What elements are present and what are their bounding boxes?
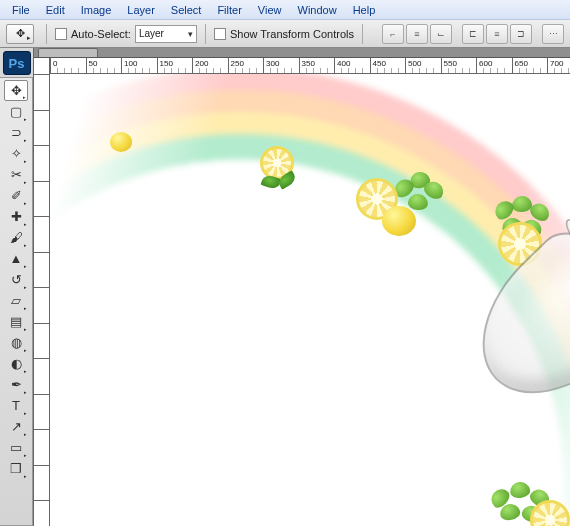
menu-image[interactable]: Image — [73, 2, 120, 18]
workspace: Ps ✥▢⊃✧✂✐✚🖌▲↺▱▤◍◐✒T↗▭❒ 05010015020025030… — [0, 48, 570, 526]
menu-select[interactable]: Select — [163, 2, 210, 18]
document-tab[interactable] — [38, 48, 98, 57]
document-tabbar — [34, 48, 570, 58]
menu-bar: File Edit Image Layer Select Filter View… — [0, 0, 570, 20]
wand-tool[interactable]: ✧ — [4, 143, 28, 164]
pen-tool[interactable]: ✒ — [4, 374, 28, 395]
divider — [205, 24, 206, 44]
lasso-tool[interactable]: ⊃ — [4, 122, 28, 143]
move-tool[interactable]: ✥ — [4, 80, 28, 101]
align-right-button[interactable]: ⊐ — [510, 24, 532, 44]
toolbox: ✥▢⊃✧✂✐✚🖌▲↺▱▤◍◐✒T↗▭❒ — [0, 77, 33, 526]
marquee-tool[interactable]: ▢ — [4, 101, 28, 122]
stamp-tool[interactable]: ▲ — [4, 248, 28, 269]
type-tool[interactable]: T — [4, 395, 28, 416]
divider — [46, 24, 47, 44]
brush-tool[interactable]: 🖌 — [4, 227, 28, 248]
menu-file[interactable]: File — [4, 2, 38, 18]
lemon-small — [110, 132, 132, 152]
align-vcenter-button[interactable]: ≡ — [406, 24, 428, 44]
history-brush-tool[interactable]: ↺ — [4, 269, 28, 290]
path-tool[interactable]: ↗ — [4, 416, 28, 437]
menu-filter[interactable]: Filter — [209, 2, 249, 18]
align-left-button[interactable]: ⊏ — [462, 24, 484, 44]
dodge-tool[interactable]: ◐ — [4, 353, 28, 374]
align-top-button[interactable]: ⌐ — [382, 24, 404, 44]
crop-tool[interactable]: ✂ — [4, 164, 28, 185]
show-transform-label: Show Transform Controls — [230, 28, 354, 40]
current-tool-indicator[interactable]: ✥ — [6, 24, 34, 44]
show-transform-checkbox[interactable] — [214, 28, 226, 40]
healing-tool[interactable]: ✚ — [4, 206, 28, 227]
3d-tool[interactable]: ❒ — [4, 458, 28, 479]
auto-select-label: Auto-Select: — [71, 28, 131, 40]
horizontal-ruler[interactable]: 0501001502002503003504004505005506006507… — [50, 58, 570, 74]
align-bottom-button[interactable]: ⌙ — [430, 24, 452, 44]
document-canvas[interactable] — [50, 74, 570, 526]
distribute-button[interactable]: ⋯ — [542, 24, 564, 44]
toolbox-panel: Ps ✥▢⊃✧✂✐✚🖌▲↺▱▤◍◐✒T↗▭❒ — [0, 48, 34, 526]
align-hcenter-button[interactable]: ≡ — [486, 24, 508, 44]
app-logo: Ps — [3, 51, 31, 75]
divider — [362, 24, 363, 44]
vertical-ruler[interactable] — [34, 58, 50, 526]
canvas-area: 0501001502002503003504004505005506006507… — [34, 48, 570, 526]
gradient-tool[interactable]: ▤ — [4, 311, 28, 332]
shape-tool[interactable]: ▭ — [4, 437, 28, 458]
menu-edit[interactable]: Edit — [38, 2, 73, 18]
menu-view[interactable]: View — [250, 2, 290, 18]
menu-layer[interactable]: Layer — [119, 2, 163, 18]
dropdown-value: Layer — [139, 28, 164, 39]
eraser-tool[interactable]: ▱ — [4, 290, 28, 311]
menu-help[interactable]: Help — [345, 2, 384, 18]
lemon-whole-2 — [382, 206, 416, 236]
auto-select-target-dropdown[interactable]: Layer — [135, 25, 197, 43]
auto-select-checkbox[interactable] — [55, 28, 67, 40]
options-bar: ✥ Auto-Select: Layer Show Transform Cont… — [0, 20, 570, 48]
menu-window[interactable]: Window — [290, 2, 345, 18]
eyedropper-tool[interactable]: ✐ — [4, 185, 28, 206]
blur-tool[interactable]: ◍ — [4, 332, 28, 353]
align-group: ⌐ ≡ ⌙ ⊏ ≡ ⊐ ⋯ — [382, 24, 564, 44]
